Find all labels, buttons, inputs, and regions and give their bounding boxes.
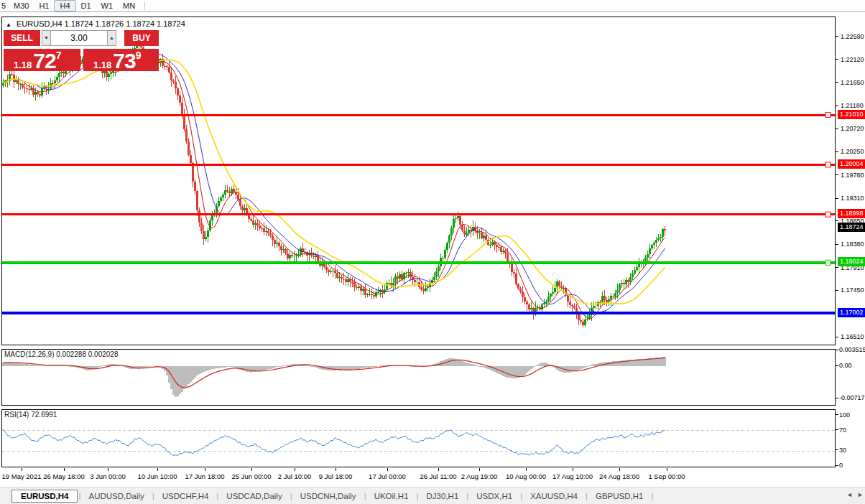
time-tick-mark xyxy=(438,468,439,471)
collapse-icon[interactable]: ▲ xyxy=(6,22,11,28)
price-level-tag-1.18998: 1.18998 xyxy=(838,209,865,218)
chart-tab-usdchf[interactable]: USDCHF,H4 xyxy=(155,490,216,502)
chart-title: ▲ EURUSD,H4 1.18724 1.18726 1.18724 1.18… xyxy=(6,19,185,28)
timeframe-toolbar: 5M30H1H4D1W1MN xyxy=(0,0,865,12)
time-axis-label: 26 May 18:00 xyxy=(43,472,85,480)
price-tick-mark xyxy=(836,220,838,221)
rsi-tick-mark xyxy=(836,429,838,430)
mt4-window: 5M30H1H4D1W1MN ▲ EURUSD,H4 1.18724 1.187… xyxy=(0,0,865,504)
time-tick-mark xyxy=(387,468,388,471)
chart-tab-usdx[interactable]: USDX,H1 xyxy=(469,490,519,502)
level-handle-1.21010[interactable] xyxy=(825,113,831,118)
rsi-tick-label: 30 xyxy=(839,447,846,454)
price-tick-label: 1.20250 xyxy=(841,148,864,155)
time-axis-label: 2 Jul 10:00 xyxy=(278,472,311,480)
toolbar-timeframe-m30[interactable]: M30 xyxy=(9,1,34,11)
buy-price-big: 73 xyxy=(113,52,135,70)
price-tick-label: 1.19310 xyxy=(841,195,864,202)
tab-scroll-left-button[interactable]: ◄ xyxy=(846,491,853,498)
toolbar-timeframe-d1[interactable]: D1 xyxy=(76,1,96,11)
time-axis-label: 24 Aug 18:00 xyxy=(599,472,639,480)
level-handle-1.20004[interactable] xyxy=(825,162,831,167)
time-axis-label: 10 Aug 00:00 xyxy=(506,472,546,480)
tab-separator: | xyxy=(290,492,292,500)
time-tick-mark xyxy=(619,468,620,471)
macd-tick-label: 0.00 xyxy=(839,362,852,369)
sell-price-sup: 7 xyxy=(56,50,62,61)
chart-tab-xauusd[interactable]: XAUUSD,H4 xyxy=(523,490,585,502)
rsi-tick-label: 70 xyxy=(839,426,846,434)
buy-price-display[interactable]: 1.18 73 9 xyxy=(83,49,159,71)
buy-price-prefix: 1.18 xyxy=(93,60,111,70)
price-tick-mark xyxy=(836,106,838,106)
sell-button[interactable]: SELL xyxy=(4,30,40,46)
volume-increase-button[interactable]: ▲ xyxy=(107,30,116,46)
tab-separator: | xyxy=(651,492,653,500)
rsi-tick-label: 100 xyxy=(839,411,850,419)
chart-tab-ukoil[interactable]: UKOil,H1 xyxy=(367,490,416,502)
ma-line-medium xyxy=(4,54,665,312)
macd-panel[interactable] xyxy=(1,349,836,406)
trade-prices-row: 1.18 72 7 1.18 73 9 xyxy=(4,49,159,71)
chart-tab-usdcnh[interactable]: USDCNH,Daily xyxy=(293,490,364,502)
volume-decrease-button[interactable]: ▼ xyxy=(42,30,51,46)
chart-tab-gbpusd[interactable]: GBPUSD,H1 xyxy=(588,490,650,502)
macd-tick-mark xyxy=(836,398,838,398)
chart-tab-eurusd[interactable]: EURUSD,H4 xyxy=(11,490,78,503)
level-handle-1.18024[interactable] xyxy=(825,260,831,265)
chart-tab-audusd[interactable]: AUDUSD,Daily xyxy=(81,490,151,502)
time-axis-label: 2 Aug 19:00 xyxy=(461,472,498,480)
time-tick-mark xyxy=(157,468,158,471)
volume-input[interactable] xyxy=(51,30,107,46)
toolbar-timeframe-h1[interactable]: H1 xyxy=(34,1,54,11)
chart-tab-bar: EURUSD,H4|AUDUSD,Daily|USDCHF,H4|USDCAD,… xyxy=(0,487,865,504)
toolbar-timeframe-5[interactable]: 5 xyxy=(0,1,9,11)
chart-tab-usdcad[interactable]: USDCAD,Daily xyxy=(219,490,289,502)
price-level-tag-1.21010: 1.21010 xyxy=(838,110,865,119)
time-axis-label: 25 Jun 00:00 xyxy=(232,472,272,480)
price-tick-label: 1.16510 xyxy=(841,333,864,340)
chart-tab-dj30[interactable]: DJ30,H1 xyxy=(420,490,466,502)
toolbar-timeframe-h4[interactable]: H4 xyxy=(54,0,75,11)
macd-signal-line xyxy=(4,358,665,388)
rsi-tick-label: 0 xyxy=(839,462,843,469)
rsi-indicator-svg xyxy=(2,410,835,467)
time-tick-mark xyxy=(667,468,667,471)
rsi-panel[interactable] xyxy=(1,409,836,467)
time-axis-label: 17 Jun 18:00 xyxy=(185,472,225,480)
time-tick-mark xyxy=(22,468,22,471)
current-price-tag: 1.18724 xyxy=(838,223,865,232)
macd-tick-label: -0.00717 xyxy=(839,394,865,401)
chart-title-text: EURUSD,H4 1.18724 1.18726 1.18724 1.1872… xyxy=(17,19,185,28)
level-handle-1.18998[interactable] xyxy=(825,212,831,217)
rsi-tick-mark xyxy=(836,465,838,466)
time-axis-label: 3 Jun 00:00 xyxy=(90,472,126,480)
price-tick-mark xyxy=(836,36,838,37)
price-tick-mark xyxy=(836,267,838,268)
toolbar-timeframe-mn[interactable]: MN xyxy=(118,1,140,11)
price-tick-label: 1.22580 xyxy=(841,33,864,40)
time-axis-label: 26 Jul 11:00 xyxy=(420,472,456,480)
time-tick-mark xyxy=(526,468,527,471)
tab-separator: | xyxy=(466,492,468,500)
toolbar-separator xyxy=(144,1,145,10)
price-tick-label: 1.19780 xyxy=(841,172,864,179)
price-tick-label: 1.22120 xyxy=(841,56,864,63)
time-tick-mark xyxy=(336,468,336,471)
tab-separator: | xyxy=(216,492,218,500)
price-tick-mark xyxy=(836,82,838,83)
toolbar-timeframe-w1[interactable]: W1 xyxy=(96,1,119,11)
time-axis-label: 9 Jul 18:00 xyxy=(319,472,352,480)
time-tick-mark xyxy=(251,468,252,471)
sell-price-big: 72 xyxy=(33,52,55,70)
ma-line-slow xyxy=(4,60,665,304)
sell-price-display[interactable]: 1.18 72 7 xyxy=(4,49,80,71)
price-tick-label: 1.20720 xyxy=(841,125,864,132)
time-axis-label: 17 Aug 10:00 xyxy=(552,472,593,480)
price-tick-mark xyxy=(836,290,838,291)
tab-separator: | xyxy=(586,492,588,500)
tab-scroll-right-button[interactable]: ► xyxy=(857,491,864,498)
buy-button[interactable]: BUY xyxy=(124,30,159,46)
price-tick-label: 1.18380 xyxy=(841,241,864,248)
rsi-tick-mark xyxy=(836,414,838,415)
